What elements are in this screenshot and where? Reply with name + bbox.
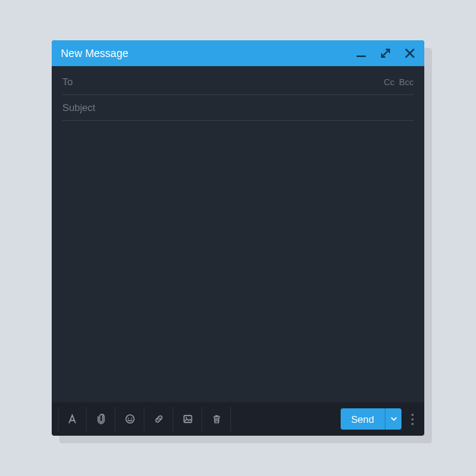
- subject-label: Subject: [62, 102, 95, 113]
- to-label: To: [62, 76, 73, 87]
- minimize-icon[interactable]: [356, 48, 367, 59]
- svg-point-3: [131, 417, 132, 419]
- link-icon[interactable]: [144, 407, 173, 431]
- close-icon[interactable]: [405, 48, 415, 59]
- send-options-icon[interactable]: [385, 408, 401, 430]
- window-controls: [356, 48, 415, 59]
- cc-bcc-group: Cc Bcc: [384, 78, 414, 87]
- svg-point-1: [125, 415, 134, 424]
- header-fields: To Cc Bcc Subject: [52, 66, 424, 121]
- cc-link[interactable]: Cc: [384, 78, 395, 87]
- svg-point-2: [128, 417, 129, 419]
- emoji-icon[interactable]: [116, 407, 144, 431]
- image-icon[interactable]: [173, 407, 202, 431]
- window-title: New Message: [61, 47, 356, 59]
- compose-toolbar: Send: [52, 402, 424, 436]
- expand-icon[interactable]: [380, 48, 391, 59]
- format-text-icon[interactable]: [58, 407, 87, 431]
- to-input[interactable]: [81, 76, 384, 87]
- send-button-label: Send: [341, 408, 385, 430]
- message-body: [52, 121, 424, 402]
- svg-rect-4: [184, 416, 192, 423]
- svg-point-5: [186, 417, 187, 419]
- titlebar: New Message: [52, 40, 424, 66]
- bcc-link[interactable]: Bcc: [399, 78, 414, 87]
- send-button[interactable]: Send: [341, 408, 401, 430]
- attach-icon[interactable]: [87, 407, 116, 431]
- compose-window: New Message To Cc Bcc Subject: [52, 40, 424, 436]
- to-field-row: To Cc Bcc: [62, 69, 414, 95]
- subject-field-row: Subject: [62, 95, 414, 121]
- subject-input[interactable]: [103, 102, 414, 113]
- body-textarea[interactable]: [62, 129, 414, 395]
- trash-icon[interactable]: [202, 407, 231, 431]
- more-icon[interactable]: [406, 414, 418, 425]
